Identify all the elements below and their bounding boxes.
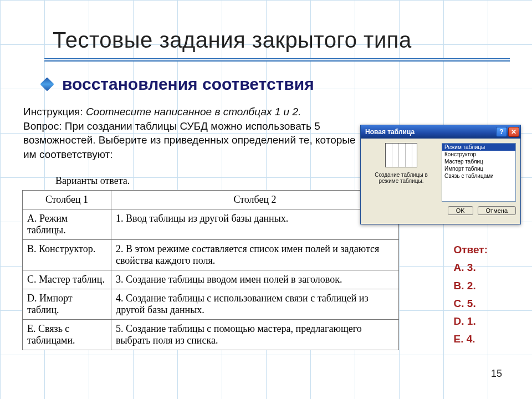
new-table-dialog: Новая таблица ? ✕ Создание таблицы в реж… — [360, 125, 521, 224]
title-rule — [44, 58, 510, 62]
table-header-row: Столбец 1 Столбец 2 — [23, 190, 399, 209]
table-row: B. Конструктор. 2. В этом режиме составл… — [23, 239, 399, 270]
variants-table: Столбец 1 Столбец 2 A. Режим таблицы. 1.… — [22, 190, 399, 350]
cell-c1: A. Режим таблицы. — [23, 209, 111, 239]
cell-c1: E. Связь с таблицами. — [23, 319, 111, 350]
slide: Тестовые задания закрытого типа восстано… — [0, 0, 532, 399]
variants-caption: Варианты ответа. — [22, 172, 399, 190]
instruction-text: Соотнесите написанное в столбцах 1 и 2. — [86, 106, 301, 117]
page-title: Тестовые задания закрытого типа — [53, 28, 510, 53]
help-icon[interactable]: ? — [496, 127, 507, 137]
col1-header: Столбец 1 — [23, 190, 111, 209]
instruction-block: Инструкция: Соотнесите написанное в стол… — [23, 105, 356, 162]
dialog-caption: Создание таблицы в режиме таблицы. — [365, 172, 437, 184]
cell-c2: 4. Создание таблицы с использованием свя… — [111, 289, 399, 319]
answer-item: A. 3. — [454, 259, 488, 277]
table-row: A. Режим таблицы. 1. Ввод таблицы из дру… — [23, 209, 399, 239]
cell-c1: B. Конструктор. — [23, 239, 111, 270]
list-item[interactable]: Режим таблицы — [442, 144, 515, 151]
col2-header: Столбец 2 — [111, 190, 399, 209]
table-row: E. Связь с таблицами. 5. Создание таблиц… — [23, 319, 399, 350]
table-row: C. Мастер таблиц. 3. Создание таблицы вв… — [23, 270, 399, 289]
variants-table-wrap: Варианты ответа. Столбец 1 Столбец 2 A. … — [22, 172, 399, 350]
subtitle: восстановления соответствия — [62, 75, 314, 94]
question-label: Вопрос: — [23, 120, 62, 132]
answer-item: C. 5. — [454, 295, 488, 313]
dialog-list[interactable]: Режим таблицы Конструктор Мастер таблиц … — [442, 143, 516, 202]
answer-key: Ответ: A. 3. B. 2. C. 5. D. 1. E. 4. — [454, 241, 488, 349]
cell-c2: 3. Создание таблицы вводом имен полей в … — [111, 270, 399, 289]
cancel-button[interactable]: Отмена — [478, 206, 516, 215]
close-icon[interactable]: ✕ — [508, 127, 519, 137]
subtitle-row: восстановления соответствия — [42, 75, 510, 94]
question-text: При создании таблицы СУБД можно использо… — [23, 120, 356, 160]
answer-item: B. 2. — [454, 277, 488, 295]
answer-item: D. 1. — [454, 313, 488, 330]
cell-c2: 1. Ввод таблицы из другой базы данных. — [111, 209, 399, 239]
answer-item: E. 4. — [454, 330, 488, 348]
list-item[interactable]: Конструктор — [442, 151, 515, 158]
answer-label: Ответ: — [454, 241, 488, 259]
dialog-buttons: OK Отмена — [361, 206, 520, 215]
dialog-preview: Создание таблицы в режиме таблицы. — [365, 143, 437, 202]
list-item[interactable]: Связь с таблицами — [442, 172, 515, 180]
list-item[interactable]: Импорт таблиц — [442, 165, 515, 172]
diamond-bullet-icon — [40, 77, 54, 91]
cell-c1: D. Импорт таблиц. — [23, 289, 111, 319]
list-item[interactable]: Мастер таблиц — [442, 158, 515, 165]
cell-c2: 2. В этом режиме составляется список име… — [111, 239, 399, 270]
page-number: 15 — [491, 368, 502, 380]
dialog-titlebar: Новая таблица ? ✕ — [361, 125, 520, 139]
table-thumb-icon — [385, 143, 417, 167]
dialog-title: Новая таблица — [365, 128, 415, 136]
ok-button[interactable]: OK — [448, 206, 473, 215]
instruction-label: Инструкция: — [23, 106, 83, 117]
dialog-body: Создание таблицы в режиме таблицы. Режим… — [361, 139, 520, 206]
table-row: D. Импорт таблиц. 4. Создание таблицы с … — [23, 289, 399, 319]
cell-c2: 5. Создание таблицы с помощью мастера, п… — [111, 319, 399, 350]
cell-c1: C. Мастер таблиц. — [23, 270, 111, 289]
